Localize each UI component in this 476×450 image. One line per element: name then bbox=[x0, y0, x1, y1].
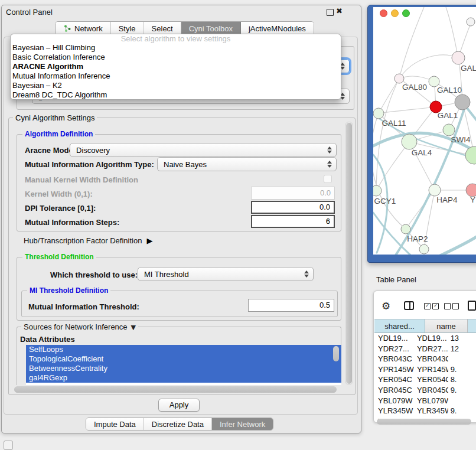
attribute-list-item[interactable]: BetweennessCentrality bbox=[26, 364, 341, 373]
tab-network[interactable]: Network bbox=[56, 22, 111, 35]
network-edges bbox=[373, 7, 474, 249]
table-cell: YLR345W bbox=[415, 406, 448, 416]
network-node[interactable] bbox=[373, 108, 384, 119]
algorithm-dropdown-popup: Select algorithm to view settings Bayesi… bbox=[10, 34, 341, 100]
cyni-settings-title: Cyni Algorithm Settings bbox=[13, 113, 97, 122]
mi-threshold-field[interactable]: 0.5 bbox=[248, 299, 334, 312]
tab-style[interactable]: Style bbox=[111, 22, 144, 35]
dpi-tolerance-field[interactable]: 0.0 bbox=[251, 201, 335, 214]
table-row[interactable]: YDL19...YDL19...13 bbox=[374, 333, 476, 344]
table-cell: YPR145W bbox=[415, 364, 448, 375]
popup-menu-item[interactable]: ARACNE Algorithm bbox=[11, 62, 341, 71]
mi-type-combo[interactable]: Naive Bayes bbox=[157, 157, 337, 171]
network-node[interactable] bbox=[452, 51, 465, 64]
mi-threshold-title: MI Threshold Definition bbox=[27, 286, 110, 295]
network-node[interactable] bbox=[443, 124, 455, 136]
expand-right-icon: ▶ bbox=[146, 236, 152, 245]
sources-title[interactable]: Sources for Network Inference▼ bbox=[21, 322, 138, 331]
table-cell: 9. bbox=[448, 385, 476, 396]
deselect-all-checkboxes-icon[interactable] bbox=[444, 303, 459, 309]
table-cell: YER054C bbox=[374, 374, 415, 385]
table-row[interactable]: YLR345WYLR345W9. bbox=[374, 406, 476, 416]
popup-menu-item[interactable]: Dream8 DC_TDC Algorithm bbox=[11, 90, 341, 100]
table-row[interactable]: YDR27...YDR27...12 bbox=[374, 344, 476, 354]
window-close-traffic-light[interactable] bbox=[380, 9, 387, 17]
table-body: YDL19...YDL19...13YDR27...YDR27...12YBR0… bbox=[374, 333, 476, 419]
hub-definition-toggle[interactable]: Hub/Transcription Factor Definition▶ bbox=[24, 236, 152, 245]
attribute-list-item[interactable]: SelfLoops bbox=[26, 345, 341, 354]
mi-steps-label: Mutual Information Steps: bbox=[25, 218, 119, 227]
table-cell: YBL079W bbox=[415, 396, 448, 406]
window-minimize-traffic-light[interactable] bbox=[391, 9, 399, 17]
attribute-list-item[interactable]: TopologicalCoefficient bbox=[26, 354, 341, 364]
table-cell: 8. bbox=[448, 374, 476, 385]
table-row[interactable]: YBR045CYBR045C9. bbox=[374, 385, 476, 396]
kernel-width-field[interactable]: 0.0 bbox=[251, 187, 335, 200]
table-cell: YBR043C bbox=[374, 354, 415, 364]
network-node-label: GCY1 bbox=[374, 197, 396, 206]
tab-cyni-toolbox[interactable]: Cyni Toolbox bbox=[181, 22, 241, 35]
tab-impute-data[interactable]: Impute Data bbox=[86, 418, 144, 430]
network-node[interactable] bbox=[455, 94, 470, 110]
table-column-header[interactable]: name bbox=[425, 319, 468, 333]
settings-vertical-scrollbar[interactable] bbox=[345, 122, 353, 385]
data-attributes-label: Data Attributes bbox=[20, 335, 75, 344]
table-horizontal-scrollbar[interactable] bbox=[376, 419, 474, 425]
network-node[interactable] bbox=[419, 244, 429, 254]
tab-discretize-data[interactable]: Discretize Data bbox=[144, 418, 212, 430]
popup-menu-item[interactable]: Bayesian – Hill Climbing bbox=[11, 43, 341, 53]
settings-horizontal-scrollbar[interactable] bbox=[13, 386, 343, 393]
dpi-tolerance-label: DPI Tolerance [0,1]: bbox=[25, 204, 96, 213]
network-node-label: Y bbox=[470, 195, 475, 204]
tab-select[interactable]: Select bbox=[144, 22, 181, 35]
panel-corner-button[interactable] bbox=[4, 441, 13, 450]
mi-steps-field[interactable]: 6 bbox=[251, 215, 335, 228]
aracne-mode-label: Aracne Mode: bbox=[25, 146, 76, 155]
table-row[interactable]: YBR043CYBR043C bbox=[374, 354, 476, 364]
table-cell: YER054C bbox=[415, 374, 448, 385]
network-node[interactable] bbox=[401, 224, 410, 234]
threshold-definition-title: Threshold Definition bbox=[22, 253, 96, 261]
window-zoom-traffic-light[interactable] bbox=[402, 9, 410, 17]
tab-infer-network[interactable]: Infer Network bbox=[212, 418, 273, 430]
column-layout-icon[interactable] bbox=[404, 301, 414, 310]
network-node[interactable] bbox=[373, 185, 382, 196]
document-icon[interactable] bbox=[468, 301, 476, 311]
close-window-icon[interactable]: ✖ bbox=[336, 6, 343, 15]
gear-icon[interactable]: ⚙ bbox=[382, 301, 390, 311]
table-header: shared...nameA bbox=[374, 319, 476, 333]
attributes-list-scrollbar[interactable] bbox=[333, 346, 339, 383]
network-node[interactable] bbox=[465, 146, 476, 164]
apply-button[interactable]: Apply bbox=[158, 399, 200, 412]
table-row[interactable]: YPR145WYPR145W9. bbox=[374, 364, 476, 375]
network-node[interactable] bbox=[402, 134, 417, 149]
data-attributes-list: SelfLoopsTopologicalCoefficientBetweenne… bbox=[26, 345, 341, 385]
popup-menu-item[interactable]: Mutual Information Inference bbox=[11, 71, 341, 81]
tab-jactivemnodules[interactable]: jActiveMNodules bbox=[241, 22, 314, 35]
float-window-icon[interactable] bbox=[327, 9, 334, 16]
table-cell: YDL19... bbox=[415, 333, 448, 344]
table-cell: 13 bbox=[448, 333, 476, 344]
network-tab-icon bbox=[63, 24, 71, 32]
network-node[interactable] bbox=[429, 184, 441, 196]
table-column-header[interactable]: A bbox=[468, 319, 476, 333]
network-node-label: GAL4 bbox=[412, 148, 432, 157]
attribute-list-item[interactable]: gal4RGexp bbox=[26, 373, 341, 383]
select-all-checkboxes-icon[interactable]: ✓✓ bbox=[424, 303, 439, 309]
manual-kernel-checkbox[interactable] bbox=[324, 175, 332, 183]
table-row[interactable]: YBL079WYBL079W bbox=[374, 396, 476, 406]
which-threshold-combo[interactable]: MI Threshold bbox=[138, 267, 314, 281]
kernel-width-label: Kernel Width (0,1): bbox=[25, 190, 93, 198]
network-node[interactable] bbox=[467, 18, 475, 26]
popup-menu-item[interactable]: Bayesian – K2 bbox=[11, 81, 341, 90]
popup-menu-item[interactable]: Basic Correlation Inference bbox=[11, 53, 341, 62]
table-row[interactable]: YER054CYER054C8. bbox=[374, 374, 476, 385]
network-node[interactable] bbox=[395, 74, 404, 83]
network-node[interactable] bbox=[466, 184, 476, 197]
aracne-mode-combo[interactable]: Discovery bbox=[70, 143, 337, 157]
table-cell: YBR045C bbox=[415, 385, 448, 396]
popup-prompt: Select algorithm to view settings bbox=[11, 34, 341, 43]
table-cell: YDR27... bbox=[415, 344, 448, 354]
table-column-header[interactable]: shared... bbox=[374, 319, 425, 333]
network-canvas[interactable]: GALGAL80GAL10GAL1GAL11SWI4GAL4HAP4YGCY1H… bbox=[373, 7, 476, 255]
